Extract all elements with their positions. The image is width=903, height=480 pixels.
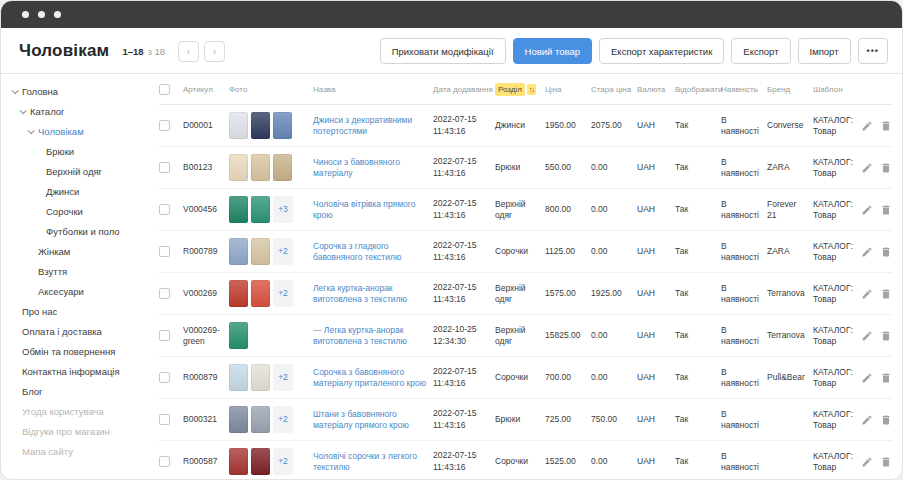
row-checkbox[interactable] [159, 414, 170, 425]
sidebar-item[interactable]: Про нас [1, 301, 151, 321]
edit-icon[interactable] [861, 288, 873, 300]
delete-icon[interactable] [880, 162, 892, 174]
old-price-cell: 750.00 [591, 414, 637, 425]
new-product-button[interactable]: Новий товар [513, 38, 592, 64]
row-checkbox[interactable] [159, 372, 170, 383]
sidebar-item[interactable]: Аксесуари [1, 281, 151, 301]
sidebar-item[interactable]: Обмін та повернення [1, 341, 151, 361]
sidebar-item[interactable]: Відгуки про магазин [1, 421, 151, 441]
col-old-price[interactable]: Стара ціна [591, 85, 637, 94]
window-control-dot[interactable] [22, 11, 29, 18]
select-all-checkbox[interactable] [159, 84, 170, 95]
edit-icon[interactable] [861, 162, 873, 174]
window-control-dot[interactable] [38, 11, 45, 18]
availability-cell: В наявності [721, 157, 767, 178]
export-characteristics-button[interactable]: Експорт характеристик [599, 38, 724, 64]
chevron-down-icon [27, 129, 38, 134]
product-name-link[interactable]: Джинси з декоративними потертостями [313, 115, 433, 136]
product-name-link[interactable]: Легка куртка-анорак виготовлена з тексти… [313, 283, 433, 304]
delete-icon[interactable] [880, 372, 892, 384]
col-display[interactable]: Відображати [675, 85, 721, 94]
sidebar-item[interactable]: Джинси [1, 181, 151, 201]
row-checkbox[interactable] [159, 288, 170, 299]
sort-icon[interactable]: ↑↓ [527, 84, 536, 95]
delete-icon[interactable] [880, 456, 892, 468]
currency-cell: UAH [637, 372, 675, 383]
col-name[interactable]: Назва [313, 85, 433, 94]
product-name-link[interactable]: Чоловіча вітрівка прямого крою [313, 199, 433, 220]
edit-icon[interactable] [861, 414, 873, 426]
availability-cell: В наявності [721, 325, 767, 346]
prev-page-button[interactable]: ‹ [178, 41, 199, 62]
table-body: D00001Джинси з декоративними потертостям… [159, 105, 892, 479]
delete-icon[interactable] [880, 288, 892, 300]
col-article[interactable]: Артикул [183, 85, 229, 94]
sidebar-item[interactable]: Футболки и поло [1, 221, 151, 241]
sidebar-item[interactable]: Взуття [1, 261, 151, 281]
row-actions [861, 288, 894, 300]
edit-icon[interactable] [861, 120, 873, 132]
col-price[interactable]: Ціна [545, 85, 591, 94]
template-cell: КАТАЛОГ: Товар [813, 115, 861, 136]
product-name-link[interactable]: Чиноси з бавовняного матеріалу [313, 157, 433, 178]
col-currency[interactable]: Валюта [637, 85, 675, 94]
col-template[interactable]: Шаблон [813, 85, 861, 94]
row-checkbox[interactable] [159, 120, 170, 131]
export-button[interactable]: Експорт [731, 38, 790, 64]
article-cell: R000789 [183, 246, 229, 257]
edit-icon[interactable] [861, 372, 873, 384]
row-checkbox[interactable] [159, 456, 170, 467]
col-date-added[interactable]: Дата додавання [433, 85, 495, 94]
page-header: Чоловікам 1–18 з 18 ‹ › Приховати модифі… [1, 28, 902, 74]
product-photo [229, 364, 248, 391]
product-photo [251, 238, 270, 265]
sidebar-item[interactable]: Оплата і доставка [1, 321, 151, 341]
sidebar-item[interactable]: Каталог [1, 101, 151, 121]
delete-icon[interactable] [880, 414, 892, 426]
window-control-dot[interactable] [54, 11, 61, 18]
row-checkbox[interactable] [159, 330, 170, 341]
product-name-link[interactable]: — Легка куртка-анорак виготовлена з текс… [313, 325, 433, 346]
sidebar-item[interactable]: Мапа сайту [1, 441, 151, 461]
product-name-link[interactable]: Чоловічі сорочки з легкого текстилю [313, 451, 433, 472]
edit-icon[interactable] [861, 204, 873, 216]
sidebar-item[interactable]: Чоловікам [1, 121, 151, 141]
sidebar-item[interactable]: Жінкам [1, 241, 151, 261]
delete-icon[interactable] [880, 204, 892, 216]
section-cell: Джинси [495, 120, 545, 131]
product-name-link[interactable]: Сорочка з гладкого бавовняного текстилю [313, 241, 433, 262]
edit-icon[interactable] [861, 330, 873, 342]
photo-cell: +3 [229, 196, 313, 223]
delete-icon[interactable] [880, 246, 892, 258]
edit-icon[interactable] [861, 456, 873, 468]
row-checkbox[interactable] [159, 162, 170, 173]
photo-cell [229, 322, 313, 349]
col-availability[interactable]: Наявність [721, 85, 767, 94]
currency-cell: UAH [637, 414, 675, 425]
next-page-button[interactable]: › [204, 41, 225, 62]
sidebar-item[interactable]: Сорочки [1, 201, 151, 221]
sidebar-item[interactable]: Брюки [1, 141, 151, 161]
col-section-label[interactable]: Розділ [495, 83, 525, 96]
hide-modifications-button[interactable]: Приховати модифікації [380, 38, 506, 64]
delete-icon[interactable] [880, 120, 892, 132]
row-checkbox[interactable] [159, 246, 170, 257]
table-row: B000321+2Штани з бавовняного матеріалу п… [159, 399, 892, 441]
import-button[interactable]: Імпорт [798, 38, 851, 64]
sidebar-item[interactable]: Угода користувача [1, 401, 151, 421]
product-photo [251, 280, 270, 307]
sidebar-item[interactable]: Блог [1, 381, 151, 401]
row-checkbox[interactable] [159, 204, 170, 215]
product-photo [229, 280, 248, 307]
delete-icon[interactable] [880, 330, 892, 342]
sidebar-item[interactable]: Верхній одяг [1, 161, 151, 181]
sidebar-item[interactable]: Головна [1, 81, 151, 101]
more-actions-button[interactable]: ••• [858, 38, 888, 64]
product-name-link[interactable]: Штани з бавовняного матеріалу прямого кр… [313, 409, 433, 430]
col-brand[interactable]: Бренд [767, 85, 813, 94]
product-name-link[interactable]: Сорочка з бавовняного матеріалу притален… [313, 367, 433, 388]
col-section[interactable]: Розділ↑↓ [495, 83, 545, 96]
sidebar-item[interactable]: Контактна інформація [1, 361, 151, 381]
edit-icon[interactable] [861, 246, 873, 258]
sidebar-item-label: Угода користувача [22, 406, 104, 417]
